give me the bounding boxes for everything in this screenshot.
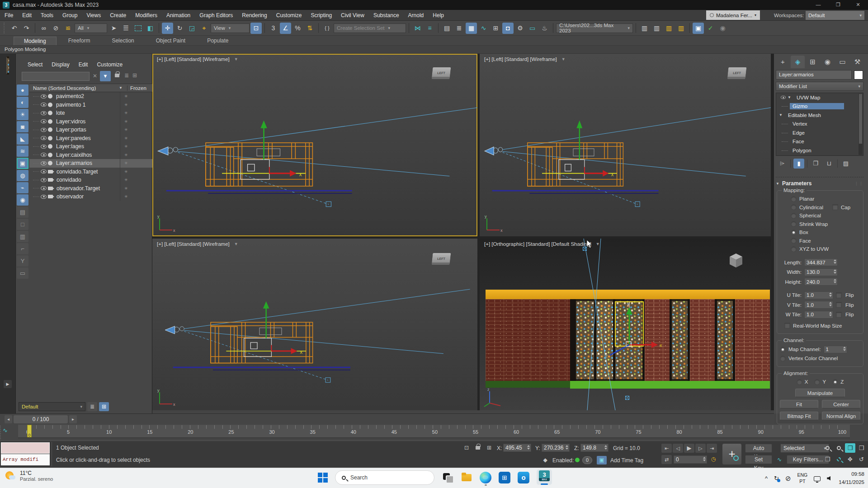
file-explorer-button[interactable] bbox=[461, 472, 472, 483]
menu-item[interactable]: Group bbox=[58, 10, 82, 21]
visibility-eye-icon[interactable] bbox=[41, 169, 47, 174]
scene-object-row[interactable]: Layer:paredes bbox=[29, 134, 152, 143]
y-coordinate-field[interactable]: 270.236 bbox=[542, 444, 570, 452]
mapping-option[interactable]: Planar bbox=[780, 195, 860, 203]
list-view-icon[interactable] bbox=[124, 72, 129, 79]
tile-spinner[interactable]: 1.0 bbox=[804, 291, 833, 299]
scene-object-row[interactable]: Layer:caixilhos bbox=[29, 151, 152, 160]
menu-item[interactable]: File bbox=[0, 10, 18, 21]
ribbon-tab[interactable]: Selection bbox=[102, 37, 144, 45]
visibility-eye-icon[interactable] bbox=[41, 136, 47, 140]
ribbon-tab[interactable]: Modeling bbox=[14, 37, 57, 45]
frozen-toggle-icon[interactable] bbox=[124, 94, 128, 99]
frozen-toggle-icon[interactable] bbox=[124, 119, 128, 124]
tab-modify[interactable] bbox=[791, 56, 805, 68]
next-frame-button[interactable] bbox=[69, 415, 77, 423]
expand-strip-button[interactable] bbox=[4, 380, 12, 388]
display-filter-tile[interactable]: ☀ bbox=[17, 109, 28, 120]
zoom-button[interactable] bbox=[834, 443, 844, 453]
display-filter-tile[interactable]: ◐ bbox=[17, 97, 28, 108]
modifier-eye-icon[interactable] bbox=[781, 96, 786, 99]
frozen-toggle-icon[interactable] bbox=[124, 144, 128, 149]
start-button[interactable] bbox=[318, 473, 328, 483]
named-selection-sets-button[interactable] bbox=[321, 23, 333, 34]
hierarchy-view-icon[interactable] bbox=[99, 402, 109, 411]
vertex-color-radio[interactable] bbox=[780, 356, 786, 361]
explorer-column-header[interactable]: Name (Sorted Descending) Frozen bbox=[29, 84, 152, 92]
radio-icon[interactable] bbox=[791, 221, 797, 227]
spinner-arrows[interactable] bbox=[566, 445, 568, 450]
auto-key-button[interactable]: Auto Key bbox=[745, 444, 772, 453]
display-filter-tile[interactable]: ⌁ bbox=[17, 182, 28, 193]
frozen-toggle-icon[interactable] bbox=[124, 136, 128, 141]
active-layer-dropdown[interactable]: Default bbox=[19, 402, 85, 411]
clock[interactable]: 09:58 14/11/2025 bbox=[839, 470, 864, 486]
scene-object-row[interactable]: convidado.Target bbox=[29, 168, 152, 176]
mapping-option[interactable]: Shrink Wrap bbox=[780, 220, 860, 229]
object-name[interactable]: Layer:vidros bbox=[56, 118, 128, 125]
viewcube[interactable] bbox=[726, 251, 746, 269]
layer-list-icon[interactable] bbox=[87, 402, 97, 411]
reference-coordinate-dropdown[interactable]: View bbox=[211, 23, 250, 33]
object-name[interactable]: Layer:lages bbox=[56, 143, 128, 150]
tile-value[interactable]: 1.0 bbox=[807, 302, 814, 308]
frozen-toggle-icon[interactable] bbox=[124, 178, 128, 182]
mapping-option[interactable]: Face bbox=[780, 237, 860, 245]
viewport-label[interactable]: [+] [Orthographic] [Standard] [Default S… bbox=[484, 241, 591, 247]
display-filter-tile[interactable]: ● bbox=[17, 84, 28, 96]
viewport-label[interactable]: [+] [Left] [Standard] [Wireframe] bbox=[484, 56, 557, 62]
time-slider-playhead[interactable]: 0 bbox=[27, 425, 32, 437]
funnel-icon[interactable] bbox=[234, 57, 238, 61]
display-filter-tile[interactable]: ▤ bbox=[17, 206, 28, 218]
menu-item[interactable]: Scripting bbox=[306, 10, 336, 21]
pin-stack-button[interactable] bbox=[777, 159, 788, 169]
project-folder-dropdown[interactable]: C:\Users\202...3ds Max 2023 bbox=[556, 23, 633, 33]
ribbon-tab[interactable]: Populate bbox=[197, 37, 238, 45]
manipulate-button[interactable]: Manipulate bbox=[795, 389, 845, 397]
configure-modifier-sets-button[interactable] bbox=[840, 159, 851, 169]
flip-checkbox[interactable] bbox=[836, 292, 842, 298]
funnel-icon[interactable] bbox=[596, 242, 600, 246]
radio-icon[interactable] bbox=[814, 379, 820, 385]
current-frame-field[interactable]: 0 bbox=[674, 455, 707, 464]
object-name[interactable]: Layer:caixilhos bbox=[56, 152, 128, 158]
modifier-stack-item[interactable]: Face bbox=[776, 137, 863, 146]
3ds-max-taskbar-button[interactable]: 3 bbox=[537, 469, 552, 485]
search-box[interactable]: Search bbox=[335, 470, 434, 485]
mini-curve-editor-icon[interactable] bbox=[3, 427, 8, 434]
map-channel-spinner[interactable]: 1 bbox=[824, 346, 847, 353]
window-crossing-button[interactable] bbox=[145, 23, 156, 34]
mapping-option[interactable]: Cylindrical Cap bbox=[780, 203, 860, 212]
object-name[interactable]: lote bbox=[56, 110, 128, 116]
menu-item[interactable]: Rendering bbox=[237, 10, 271, 21]
frame-counter[interactable]: 0 / 100 bbox=[14, 415, 68, 423]
object-name[interactable]: observador.Target bbox=[57, 185, 129, 192]
frame-value[interactable]: 0 bbox=[676, 456, 679, 463]
ribbon-tab[interactable]: Freeform bbox=[58, 37, 100, 45]
radio-icon[interactable] bbox=[791, 230, 797, 235]
bitmap-fit-button[interactable]: Bitmap Fit bbox=[780, 412, 818, 420]
radio-icon[interactable] bbox=[832, 379, 838, 385]
toolbar-grip[interactable] bbox=[4, 23, 6, 33]
dimension-spinner[interactable]: 130.0 bbox=[804, 268, 838, 276]
menu-item[interactable]: Civil View bbox=[336, 10, 369, 21]
modifier-stack-item[interactable]: UVW Map bbox=[776, 93, 863, 102]
visibility-eye-icon[interactable] bbox=[41, 128, 47, 132]
explorer-menu-item[interactable]: Edit bbox=[76, 59, 91, 70]
flip-checkbox[interactable] bbox=[836, 312, 842, 318]
menu-item[interactable]: Customize bbox=[272, 10, 307, 21]
explorer-search-input[interactable] bbox=[22, 72, 90, 81]
account-button[interactable]: Madalena Fer... bbox=[706, 10, 760, 20]
object-name[interactable]: Layer:armarios bbox=[56, 160, 128, 166]
maxscript-mini-listener[interactable] bbox=[1, 442, 50, 454]
stack-item-label[interactable]: UVW Map bbox=[794, 94, 823, 101]
use-pivot-center-button[interactable] bbox=[250, 23, 262, 34]
dimension-value[interactable]: 130.0 bbox=[807, 269, 820, 275]
maxscript-listener-line[interactable]: Array modifi bbox=[1, 454, 50, 465]
radio-icon[interactable] bbox=[791, 213, 797, 219]
volume-icon[interactable] bbox=[827, 476, 830, 481]
dock-grip[interactable] bbox=[6, 56, 9, 75]
scene-object-row[interactable]: Layer:lages bbox=[29, 142, 152, 151]
tab-create[interactable] bbox=[776, 56, 790, 68]
frozen-toggle-icon[interactable] bbox=[124, 161, 128, 165]
